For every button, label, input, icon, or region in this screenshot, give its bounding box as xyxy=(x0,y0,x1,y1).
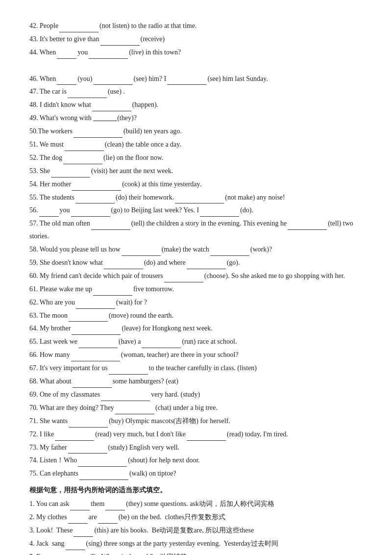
blank-65a xyxy=(78,348,118,348)
blank-58a xyxy=(122,255,161,256)
line-52: 52. The dog(lie) on the floor now. xyxy=(29,151,363,164)
line-74: 74. Listen！Who(shout) for help next door… xyxy=(29,454,363,467)
line-72: 72. I like(read) very much, but I don't … xyxy=(29,428,363,441)
blank-55b xyxy=(175,203,224,203)
section-title: 根据句意，用括号内所给词的适当形式填空。 xyxy=(29,484,363,497)
line-47: 47. The car is(use) . xyxy=(29,85,363,98)
line-49: 49. What's wrong with _______(they)? xyxy=(29,112,363,125)
blank-48 xyxy=(92,111,131,111)
blank-46b xyxy=(94,84,133,85)
blank-69 xyxy=(101,401,150,401)
blank-58b xyxy=(210,255,249,256)
line-63: 63. The moon(move) round the earth. xyxy=(29,309,363,322)
line-68: 68. What aboutsome hamburgers? (eat) xyxy=(29,375,363,388)
blank-54 xyxy=(72,190,121,191)
line-46: 46. When(you)(see) him? I(see) him last … xyxy=(29,73,363,85)
line-59: 59. She doesn't know what(do) and where(… xyxy=(29,256,363,269)
line-56: 56.you(go) to Beijing last week? Yes. I(… xyxy=(29,204,363,217)
blank-s4 xyxy=(66,550,85,550)
line-50: 50.The workers(build) ten years ago. xyxy=(29,125,363,138)
blank-44b xyxy=(89,58,128,59)
line-blank xyxy=(29,59,363,72)
blank-62 xyxy=(76,308,115,309)
line-62: 62. Who are you(wait) for ? xyxy=(29,296,363,309)
line-48: 48. I didn't know what(happen). xyxy=(29,99,363,111)
blank-64 xyxy=(72,334,121,335)
sentence-5: 5. Excuse me(I) . Where is the park? 动宾结… xyxy=(29,551,363,555)
line-69: 69. One of my classmatesvery hard. (stud… xyxy=(29,388,363,401)
blank-56b xyxy=(71,216,110,217)
line-67: 67. It's very important for usto the tea… xyxy=(29,362,363,375)
line-66: 66. How many(woman, teacher) are there i… xyxy=(29,349,363,361)
line-44: 44. Whenyou(live) in this town? xyxy=(29,46,363,59)
blank-68 xyxy=(73,387,112,388)
blank-56a xyxy=(39,216,59,217)
line-55: 55. The students(do) their homework.(not… xyxy=(29,191,363,204)
blank-43 xyxy=(100,45,140,46)
main-content: 42. People(not listen) to the radio at t… xyxy=(29,20,363,555)
line-53: 53. She(visit) her aunt the next week. xyxy=(29,165,363,177)
line-73: 73. My father(study) English very well. xyxy=(29,441,363,454)
line-54: 54. Her mother(cook) at this time yester… xyxy=(29,178,363,191)
blank-s2b xyxy=(98,523,118,524)
blank-46a xyxy=(57,84,76,85)
blank-59a xyxy=(104,269,143,269)
blank-74 xyxy=(78,466,127,467)
blank-44a xyxy=(57,58,76,59)
blank-73 xyxy=(68,453,107,454)
blank-72a xyxy=(55,440,94,441)
blank-s1b xyxy=(105,510,125,510)
blank-42 xyxy=(59,32,98,32)
line-43: 43. It's better to give than(receive) xyxy=(29,33,363,46)
line-65: 65. Last week we(have) a(run) race at sc… xyxy=(29,335,363,348)
sentence-1: 1. You can askthem(they) some questions.… xyxy=(29,498,363,510)
line-61: 61. Please wake me upfive tomorrow. xyxy=(29,283,363,296)
line-71: 71. She wants(buy) Olympic mascots(吉祥物) … xyxy=(29,415,363,428)
blank-57b xyxy=(288,229,327,230)
blank-65b xyxy=(142,348,181,348)
line-60: 60. My friend can't decide which pair of… xyxy=(29,270,363,282)
line-51: 51. We must(clean) the table once a day. xyxy=(29,138,363,151)
blank-75 xyxy=(79,479,128,480)
blank-70 xyxy=(115,414,154,414)
blank-71 xyxy=(69,427,108,428)
blank-46c xyxy=(167,84,206,85)
blank-67 xyxy=(109,374,148,375)
blank-52 xyxy=(63,164,102,164)
blank-60 xyxy=(164,282,203,282)
blank-50 xyxy=(74,137,122,138)
blank-s1 xyxy=(70,510,90,510)
blank-53 xyxy=(51,177,90,177)
blank-s3 xyxy=(74,536,93,537)
sentence-4: 4. Jack sang(sing) three songs at the pa… xyxy=(29,537,363,550)
sentence-3: 3. Look! These(this) are his books. Be动词… xyxy=(29,524,363,537)
line-57: 57. The old man often(tell) the children… xyxy=(29,217,363,243)
blank-49-text: _______ xyxy=(93,114,117,122)
blank-57a xyxy=(91,229,130,230)
sentence-2: 2. My clothesare(be) on the bed. clothes… xyxy=(29,511,363,524)
blank-61 xyxy=(93,295,132,296)
blank-s2a xyxy=(68,523,88,524)
blank-72b xyxy=(187,440,226,441)
blank-47 xyxy=(68,98,107,98)
blank-59b xyxy=(187,269,226,269)
line-70: 70. What are they doing? They(chat) unde… xyxy=(29,402,363,414)
line-42: 42. People(not listen) to the radio at t… xyxy=(29,20,363,32)
line-58: 58. Would you please tell us how(make) t… xyxy=(29,243,363,256)
line-64: 64. My brother(leave) for Hongkong next … xyxy=(29,322,363,335)
line-75: 75. Can elephants(walk) on tiptoe? xyxy=(29,467,363,480)
blank-66 xyxy=(71,361,120,361)
blank-63 xyxy=(69,321,108,322)
blank-56c xyxy=(200,216,239,217)
blank-55a xyxy=(75,203,115,203)
blank-51 xyxy=(65,151,104,151)
